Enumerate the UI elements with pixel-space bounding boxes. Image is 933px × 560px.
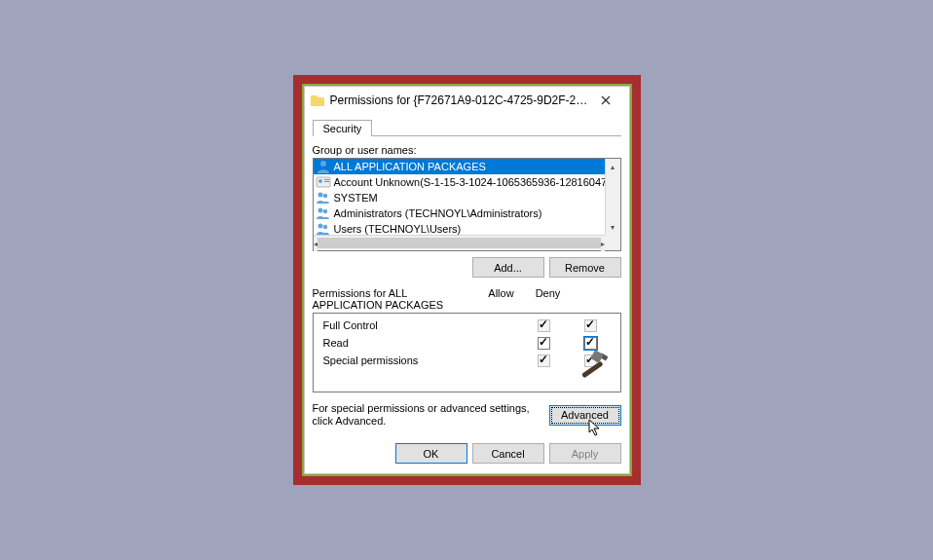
svg-rect-6 xyxy=(324,181,329,182)
allow-header: Allow xyxy=(478,287,525,311)
group-listbox[interactable]: ALL APPLICATION PACKAGESAccount Unknown(… xyxy=(313,158,621,251)
checkbox[interactable] xyxy=(538,319,550,332)
svg-rect-15 xyxy=(581,360,604,378)
card-icon xyxy=(316,175,331,189)
checkbox[interactable] xyxy=(538,355,550,367)
checkbox[interactable] xyxy=(584,337,597,350)
people-icon xyxy=(316,222,331,236)
apply-button[interactable]: Apply xyxy=(549,443,621,464)
vertical-scrollbar[interactable]: ▴ ▾ xyxy=(605,159,620,235)
svg-point-12 xyxy=(322,225,326,229)
add-button[interactable]: Add... xyxy=(472,257,544,278)
permissions-table: Full ControlReadSpecial permissions xyxy=(313,313,621,392)
group-row[interactable]: Account Unknown(S-1-15-3-1024-1065365936… xyxy=(314,174,620,190)
person-icon xyxy=(316,160,331,173)
group-label: SYSTEM xyxy=(334,192,378,204)
svg-point-2 xyxy=(320,161,326,167)
scroll-down-arrow[interactable]: ▾ xyxy=(606,219,620,235)
remove-button[interactable]: Remove xyxy=(549,257,621,278)
group-row[interactable]: ALL APPLICATION PACKAGES xyxy=(314,159,620,174)
permission-label: Read xyxy=(323,337,521,349)
window-title: Permissions for {F72671A9-012C-4725-9D2F… xyxy=(330,93,588,107)
horizontal-scrollbar[interactable]: ◂ ▸ xyxy=(314,235,605,250)
permission-row: Read xyxy=(323,334,615,352)
group-row[interactable]: Administrators (TECHNOYL\Administrators) xyxy=(314,205,620,221)
scroll-up-arrow[interactable]: ▴ xyxy=(606,159,620,174)
group-label: ALL APPLICATION PACKAGES xyxy=(334,161,486,172)
svg-point-7 xyxy=(317,193,322,198)
svg-point-8 xyxy=(322,194,326,198)
group-names-label: Group or user names: xyxy=(313,144,621,156)
svg-point-4 xyxy=(318,179,322,183)
folder-icon xyxy=(311,94,324,106)
checkbox[interactable] xyxy=(584,319,597,332)
group-row[interactable]: SYSTEM xyxy=(314,190,620,205)
titlebar: Permissions for {F72671A9-012C-4725-9D2F… xyxy=(305,87,629,114)
cancel-button[interactable]: Cancel xyxy=(472,443,544,464)
group-label: Account Unknown(S-1-15-3-1024-1065365936… xyxy=(334,176,614,188)
checkbox[interactable] xyxy=(538,337,550,350)
svg-rect-5 xyxy=(324,179,329,180)
tabstrip: Security xyxy=(313,120,621,136)
tab-security[interactable]: Security xyxy=(313,120,373,136)
group-label: Administrators (TECHNOYL\Administrators) xyxy=(334,207,542,219)
advanced-help-text: For special permissions or advanced sett… xyxy=(313,402,541,428)
svg-point-9 xyxy=(317,208,322,213)
permissions-dialog: Permissions for {F72671A9-012C-4725-9D2F… xyxy=(304,86,630,474)
deny-header: Deny xyxy=(525,287,572,311)
svg-point-10 xyxy=(322,209,326,213)
advanced-button[interactable]: Advanced xyxy=(549,405,621,426)
permissions-for-label: Permissions for ALL APPLICATION PACKAGES xyxy=(313,287,478,311)
close-button[interactable] xyxy=(588,88,623,113)
scroll-thumb[interactable] xyxy=(317,238,601,248)
permission-row: Full Control xyxy=(323,317,615,334)
permission-label: Special permissions xyxy=(323,355,521,366)
hammer-icon xyxy=(578,349,616,388)
svg-point-11 xyxy=(317,224,322,229)
group-label: Users (TECHNOYL\Users) xyxy=(334,223,462,235)
permission-label: Full Control xyxy=(323,319,521,331)
people-icon xyxy=(316,191,331,205)
permission-row: Special permissions xyxy=(323,352,615,369)
svg-rect-14 xyxy=(590,350,604,363)
people-icon xyxy=(316,206,331,220)
ok-button[interactable]: OK xyxy=(395,443,467,464)
